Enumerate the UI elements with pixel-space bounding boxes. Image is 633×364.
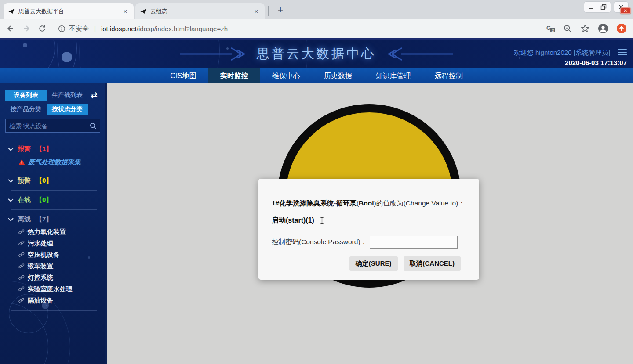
group-label: 在线 — [18, 196, 31, 204]
password-row: 控制密码(Console Password)： — [272, 236, 466, 249]
offline-link-icon — [18, 297, 25, 303]
group-count: 【7】 — [36, 215, 52, 223]
sure-button[interactable]: 确定(SURE) — [349, 256, 398, 271]
console-password-input[interactable] — [370, 236, 458, 249]
classify-tabs: 按产品分类 按状态分类 — [5, 104, 100, 115]
site-favicon-icon — [8, 8, 15, 15]
menu-list-icon[interactable] — [618, 49, 627, 56]
alarm-device-label: 废气处理数据采集 — [28, 158, 81, 166]
offline-device-label: 实验室废水处理 — [28, 285, 73, 293]
tree-group-offline[interactable]: 离线 【7】 — [5, 213, 100, 226]
offline-link-icon — [18, 229, 25, 235]
window-buttons-group — [584, 1, 611, 13]
cancel-button[interactable]: 取消(CANCEL) — [404, 256, 461, 271]
nav-item-realtime[interactable]: 实时监控 — [208, 68, 260, 83]
offline-link-icon — [18, 240, 25, 246]
offline-device-label: 空压机设备 — [28, 251, 60, 259]
forward-icon[interactable] — [22, 24, 31, 33]
translate-icon[interactable]: G文 — [546, 24, 555, 33]
change-value-dialog: 1#化学洗涤除臭系统-循环泵(Bool)的值改为(Change Value to… — [258, 179, 479, 280]
offline-device-label: 污水处理 — [28, 239, 53, 248]
bookmark-star-icon[interactable] — [580, 24, 590, 33]
browser-tab-strip: 思普云大数据平台 × 云组态 × + ✕ — [0, 0, 633, 19]
device-search-box — [5, 119, 100, 133]
tree-group-warning[interactable]: 预警 【0】 — [5, 174, 100, 187]
group-count: 【0】 — [36, 177, 52, 185]
tab-device-list[interactable]: 设备列表 — [5, 90, 47, 101]
tab-separator — [268, 6, 269, 16]
url-bar[interactable]: 不安全 | iot.idosp.net/idosp/index.html?lan… — [54, 22, 539, 35]
nav-item-knowledge[interactable]: 知识库管理 — [364, 68, 423, 83]
tab-close-icon[interactable]: × — [121, 7, 129, 15]
header-datetime: 2020-06-03 17:13:07 — [565, 59, 627, 66]
swap-panels-icon[interactable]: ⇄ — [88, 90, 100, 100]
tree-group-online[interactable]: 在线 【0】 — [5, 193, 100, 207]
minimize-icon[interactable] — [588, 4, 594, 10]
url-path: /idosp/index.html?language=zh — [137, 25, 228, 32]
tab-title: 思普云大数据平台 — [18, 7, 121, 15]
offline-device-label: 灯控系统 — [28, 274, 53, 282]
divider — [11, 190, 97, 191]
device-search-input[interactable] — [9, 123, 90, 130]
welcome-user-text: 欢迎您 hignton2020 [系统管理员] — [514, 49, 610, 57]
url-separator: | — [94, 25, 96, 32]
list-type-tabs: 设备列表 生产线列表 ⇄ — [5, 90, 100, 101]
chevron-down-icon — [8, 198, 14, 202]
divider — [11, 209, 97, 210]
offline-device-label: 热力氧化装置 — [28, 228, 66, 236]
group-label: 离线 — [18, 215, 31, 223]
new-tab-button[interactable]: + — [273, 4, 287, 18]
back-icon[interactable] — [6, 24, 15, 33]
nav-item-remote[interactable]: 远程控制 — [423, 68, 475, 83]
divider — [11, 310, 97, 311]
offline-device-item[interactable]: 空压机设备 — [5, 249, 100, 260]
group-count: 【1】 — [36, 145, 52, 153]
reload-icon[interactable] — [38, 24, 47, 33]
alarm-device-item[interactable]: 废气处理数据采集 — [5, 156, 100, 168]
offline-device-label: 猴车装置 — [28, 262, 53, 270]
offline-device-label: 隔油设备 — [28, 296, 53, 305]
restore-icon[interactable] — [600, 4, 607, 10]
group-count: 【0】 — [36, 196, 52, 204]
browser-update-icon[interactable] — [616, 23, 627, 34]
svg-text:文: 文 — [551, 28, 555, 32]
value-type-text: Bool — [359, 199, 374, 207]
offline-device-item[interactable]: 猴车装置 — [5, 260, 100, 272]
chevron-down-icon — [8, 179, 14, 183]
offline-device-item[interactable]: 隔油设备 — [5, 295, 100, 306]
dialog-new-value-row: 启动(start)(1) — [272, 216, 466, 225]
device-sidebar: 设备列表 生产线列表 ⇄ 按产品分类 按状态分类 报警 【1】 — [0, 83, 107, 364]
page-title: 思普云大数据中心 — [257, 45, 376, 63]
nav-item-gis[interactable]: GIS地图 — [158, 68, 208, 83]
tab-by-status[interactable]: 按状态分类 — [47, 104, 88, 115]
title-left-decoration — [180, 46, 251, 62]
url-text: iot.idosp.net/idosp/index.html?language=… — [101, 25, 228, 32]
tab-close-icon[interactable]: × — [252, 7, 260, 15]
security-label: 不安全 — [69, 25, 89, 33]
offline-device-item[interactable]: 灯控系统 — [5, 272, 100, 283]
toolbar-icons: G文 — [546, 23, 627, 34]
device-name-text: 1#化学洗涤除臭系统-循环泵 — [272, 199, 357, 207]
search-icon[interactable] — [90, 123, 96, 129]
screen: 思普云大数据平台 × 云组态 × + ✕ 不安全 | — [0, 0, 633, 364]
browser-tab-main[interactable]: 思普云大数据平台 × — [4, 3, 134, 19]
tree-group-alarm[interactable]: 报警 【1】 — [5, 142, 100, 156]
chevron-down-icon — [8, 148, 14, 151]
zoom-icon[interactable] — [563, 24, 572, 33]
profile-avatar-icon[interactable] — [598, 23, 608, 34]
browser-tab-scada[interactable]: 云组态 × — [135, 3, 265, 19]
chevron-down-icon — [8, 218, 14, 221]
svg-text:G: G — [546, 25, 551, 31]
offline-device-item[interactable]: 污水处理 — [5, 238, 100, 249]
offline-link-icon — [18, 252, 25, 258]
nav-item-maintenance[interactable]: 维保中心 — [260, 68, 312, 83]
close-button-group: ✕ — [614, 1, 629, 13]
tab-production-line-list[interactable]: 生产线列表 — [47, 90, 88, 101]
page-header: 思普云大数据中心 欢迎您 hignton2020 [系统管理员] 2020-06… — [0, 40, 633, 68]
tab-by-product[interactable]: 按产品分类 — [5, 104, 47, 115]
info-icon[interactable] — [58, 25, 65, 32]
window-controls: ✕ — [584, 1, 629, 13]
offline-device-item[interactable]: 热力氧化装置 — [5, 226, 100, 238]
offline-device-item[interactable]: 实验室废水处理 — [5, 283, 100, 295]
nav-item-history[interactable]: 历史数据 — [312, 68, 364, 83]
